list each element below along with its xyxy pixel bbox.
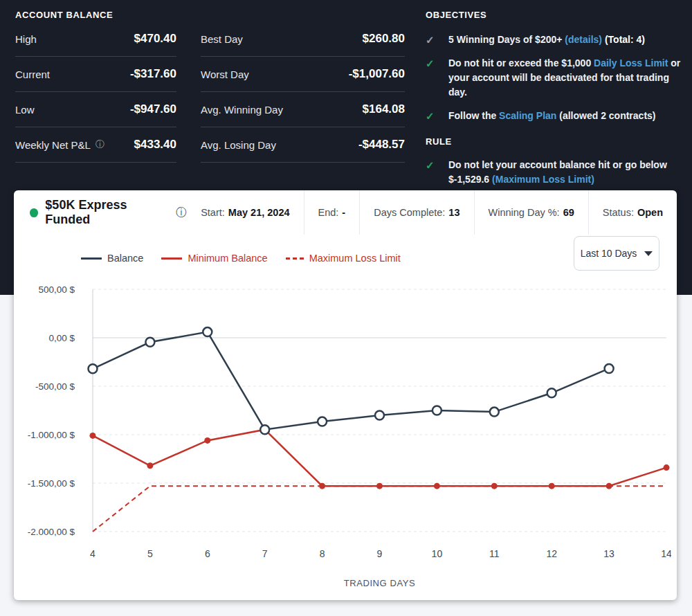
- x-tick-label: 13: [603, 548, 614, 559]
- balance-point[interactable]: [605, 364, 614, 373]
- x-axis-title: TRADING DAYS: [344, 578, 416, 588]
- balance-point[interactable]: [490, 408, 499, 417]
- objective-text-pre: Do not hit or exceed the $1,000: [448, 57, 594, 69]
- stat-value: $433.40: [134, 138, 176, 152]
- objective-scaling-plan: ✓ Follow the Scaling Plan (allowed 2 con…: [426, 109, 683, 123]
- header-stat-value: 69: [563, 207, 574, 218]
- minimum-balance-point[interactable]: [606, 483, 612, 489]
- stat-label-text: Weekly Net P&L: [15, 139, 91, 151]
- objective-text: Do not hit or exceed the $1,000 Daily Lo…: [448, 56, 683, 100]
- date-range-dropdown[interactable]: Last 10 Days: [574, 236, 659, 271]
- header-stat-start: Start: May 21, 2024: [187, 190, 303, 235]
- stat-value: -$947.60: [130, 102, 176, 116]
- stat-value: $470.40: [134, 32, 176, 46]
- minimum-balance-point[interactable]: [90, 433, 96, 439]
- header-stat-winning-day-pct: Winning Day %: 69: [474, 190, 588, 235]
- x-tick-label: 11: [489, 548, 500, 559]
- info-icon[interactable]: ⓘ: [176, 207, 187, 218]
- stat-label: Weekly Net P&L ⓘ: [15, 138, 104, 151]
- header-stat-value: Open: [637, 207, 663, 218]
- legend-label: Minimum Balance: [188, 253, 267, 264]
- balance-chart[interactable]: 500,00 $0,00 $-500,00 $-1.000,00 $-1.500…: [21, 280, 671, 599]
- x-tick-label: 8: [320, 548, 325, 559]
- balance-point[interactable]: [260, 425, 269, 434]
- maximum-loss-limit-line-swatch-icon: [286, 257, 304, 260]
- balance-point[interactable]: [547, 388, 556, 397]
- x-tick-label: 10: [432, 548, 443, 559]
- minimum-balance-point[interactable]: [319, 483, 325, 489]
- stat-row-avg-winning-day: Avg. Winning Day $164.08: [201, 92, 405, 127]
- legend-item-minimum-balance[interactable]: Minimum Balance: [161, 253, 267, 264]
- minimum-balance-point[interactable]: [204, 437, 210, 444]
- check-icon: ✓: [426, 158, 438, 172]
- header-stat-end: End: -: [304, 190, 360, 235]
- x-tick-label: 4: [90, 548, 95, 559]
- balance-point[interactable]: [89, 364, 98, 373]
- balance-point[interactable]: [203, 327, 212, 336]
- daily-loss-limit-link[interactable]: Daily Loss Limit: [594, 57, 668, 69]
- stat-row-high: High $470.40: [15, 21, 176, 57]
- minimum-balance-point[interactable]: [434, 483, 440, 489]
- check-icon: ✓: [426, 109, 438, 123]
- balance-point[interactable]: [318, 417, 327, 426]
- rule-text: Do not let your account balance hit or g…: [448, 158, 683, 187]
- x-tick-label: 6: [205, 548, 210, 559]
- scaling-plan-link[interactable]: Scaling Plan: [499, 110, 556, 121]
- header-stat-status: Status: Open: [588, 190, 677, 235]
- stat-value: -$448.57: [358, 138, 405, 152]
- objective-daily-loss-limit: ✓ Do not hit or exceed the $1,000 Daily …: [426, 56, 683, 100]
- stat-label: Best Day: [201, 33, 243, 45]
- account-title-cell: $50K Express Funded ⓘ: [14, 190, 187, 235]
- minimum-balance-point[interactable]: [491, 483, 498, 489]
- account-balance-left-column: High $470.40 Current -$317.60 Low -$947.…: [15, 21, 176, 163]
- chevron-down-icon: [644, 251, 653, 256]
- header-stat-label: Status:: [603, 207, 634, 218]
- x-tick-label: 7: [262, 548, 268, 559]
- legend-item-maximum-loss-limit[interactable]: Maximum Loss Limit: [286, 253, 401, 264]
- x-tick-label: 9: [377, 548, 383, 559]
- details-link[interactable]: (details): [565, 34, 602, 45]
- objectives-section: OBJECTIVES ✓ 5 Winning Days of $200+ (de…: [426, 10, 683, 196]
- objective-text-pre: Follow the: [448, 110, 499, 121]
- stat-value: $164.08: [363, 102, 405, 116]
- header-stat-days-complete: Days Complete: 13: [359, 190, 473, 235]
- stat-label: Avg. Losing Day: [201, 139, 276, 151]
- x-tick-label: 12: [546, 548, 557, 559]
- y-tick-label: -1.000,00 $: [28, 430, 75, 440]
- balance-point[interactable]: [375, 411, 384, 420]
- minimum-balance-point[interactable]: [664, 464, 670, 471]
- account-balance-title: ACCOUNT BALANCE: [15, 10, 113, 20]
- objective-text: Follow the Scaling Plan (allowed 2 contr…: [448, 109, 656, 123]
- check-icon: ✓: [426, 56, 438, 71]
- check-icon: ✓: [426, 33, 438, 47]
- legend-label: Balance: [107, 253, 143, 264]
- objectives-list: ✓ 5 Winning Days of $200+ (details) (Tot…: [426, 33, 683, 123]
- maximum-loss-limit-link[interactable]: (Maximum Loss Limit): [492, 174, 594, 185]
- balance-point[interactable]: [432, 406, 441, 415]
- stat-row-weekly-net-pl: Weekly Net P&L ⓘ $433.40: [15, 127, 176, 163]
- x-tick-label: 5: [147, 548, 153, 559]
- account-balance-right-column: Best Day $260.80 Worst Day -$1,007.60 Av…: [201, 21, 405, 163]
- x-tick-label: 14: [661, 548, 671, 559]
- info-icon[interactable]: ⓘ: [95, 138, 104, 151]
- stat-row-low: Low -$947.60: [15, 92, 176, 127]
- stat-row-best-day: Best Day $260.80: [201, 21, 405, 57]
- stat-row-worst-day: Worst Day -$1,007.60: [201, 57, 405, 92]
- rule-max-loss: ✓ Do not let your account balance hit or…: [426, 158, 683, 187]
- legend-label: Maximum Loss Limit: [309, 253, 401, 264]
- legend-item-balance[interactable]: Balance: [81, 253, 143, 264]
- account-name: $50K Express Funded: [45, 198, 169, 227]
- minimum-balance-point[interactable]: [376, 483, 383, 489]
- balance-point[interactable]: [145, 338, 154, 347]
- header-stat-label: Days Complete:: [374, 207, 445, 218]
- rule-title: RULE: [426, 136, 683, 147]
- header-stat-label: Start:: [201, 207, 225, 218]
- stat-label: High: [15, 33, 37, 45]
- y-tick-label: -1.500,00 $: [28, 478, 75, 489]
- stat-value: $260.80: [363, 32, 405, 46]
- minimum-balance-point[interactable]: [147, 462, 153, 469]
- minimum-balance-point[interactable]: [549, 483, 555, 489]
- stat-value: -$317.60: [130, 67, 176, 81]
- minimum-balance-line-swatch-icon: [161, 257, 182, 260]
- header-stat-value: 13: [448, 207, 459, 218]
